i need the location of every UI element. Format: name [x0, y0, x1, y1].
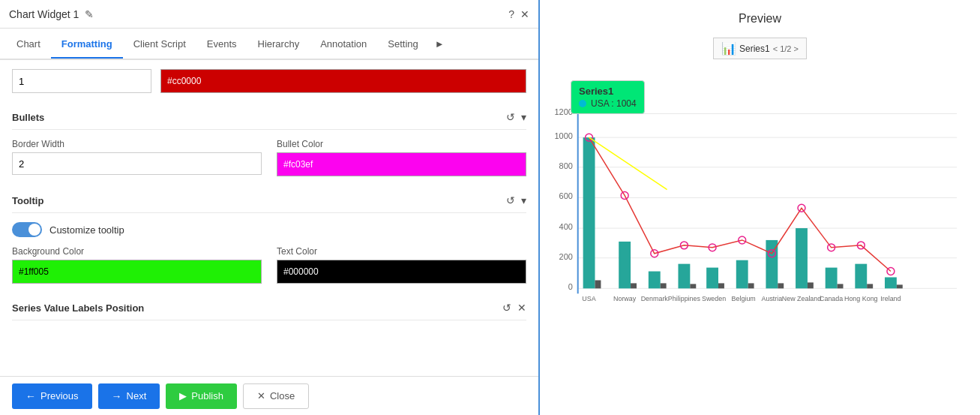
chart-tooltip: Series1 USA : 1004 [571, 80, 645, 114]
svg-text:Norway: Norway [613, 295, 637, 302]
title-bar-left: Chart Widget 1 ✎ [9, 8, 94, 20]
series-color-value: #cc0000 [167, 76, 201, 86]
bullet-color-field: Bullet Color #fc03ef [277, 139, 526, 176]
title-bar-right: ? ✕ [508, 8, 529, 20]
legend-nav: < 1/2 > [773, 44, 799, 53]
tab-client-script[interactable]: Client Script [123, 31, 196, 59]
svg-line-59 [589, 137, 667, 189]
svg-rect-18 [631, 283, 637, 288]
bg-color-label: Background Color [12, 246, 262, 257]
bullet-color-picker[interactable]: #fc03ef [277, 152, 526, 176]
svg-rect-25 [736, 260, 748, 289]
svg-rect-22 [690, 284, 696, 288]
svg-rect-34 [867, 284, 873, 288]
text-color-label: Text Color [277, 246, 526, 257]
publish-button[interactable]: ▶ Publish [166, 383, 237, 409]
series-color-picker[interactable]: #cc0000 [160, 69, 526, 93]
text-color-picker[interactable]: #000000 [277, 260, 526, 284]
main-container: Chart Widget 1 ✎ ? ✕ Chart Formatting Cl… [0, 0, 980, 415]
chart-container: Series1 USA : 1004 1200 1000 800 600 400… [552, 65, 968, 403]
bullet-color-label: Bullet Color [277, 139, 526, 149]
svg-rect-20 [661, 283, 667, 288]
series-name-input[interactable]: 1 [12, 69, 151, 93]
tooltip-title-text: Series1 [579, 86, 637, 97]
bullets-section: Bullets ↺ ▾ Border Width 2 Bullet Color [12, 105, 526, 176]
svg-rect-17 [619, 242, 631, 288]
svg-text:Hong Kong: Hong Kong [844, 295, 878, 302]
series-row: 1 #cc0000 [12, 69, 526, 93]
svg-text:Austria: Austria [761, 295, 782, 302]
svg-rect-15 [583, 137, 595, 288]
svg-text:New Zealand: New Zealand [782, 295, 822, 302]
series-labels-close-button[interactable]: ✕ [517, 302, 526, 314]
tooltip-section: Tooltip ↺ ▾ Customize tooltip Backgro [12, 188, 526, 284]
svg-text:0: 0 [568, 282, 573, 291]
svg-text:Canada: Canada [820, 295, 843, 302]
svg-rect-26 [748, 283, 754, 288]
svg-rect-32 [838, 284, 844, 288]
tooltip-collapse-button[interactable]: ▾ [521, 194, 526, 206]
svg-text:Denmark: Denmark [641, 295, 669, 302]
series-labels-reset-button[interactable]: ↺ [502, 302, 511, 314]
right-panel: Preview 📊 Series1 < 1/2 > Series1 USA : … [540, 0, 980, 415]
bottom-toolbar: ← Previous → Next ▶ Publish ✕ Close [0, 376, 538, 415]
tooltip-reset-button[interactable]: ↺ [506, 194, 515, 206]
bullets-reset-button[interactable]: ↺ [506, 111, 515, 123]
customize-tooltip-toggle[interactable] [12, 222, 42, 237]
publish-arrow-icon: ▶ [179, 390, 187, 401]
bg-color-value: #1ff005 [19, 266, 49, 277]
svg-rect-29 [796, 228, 808, 288]
tooltip-title: Tooltip [12, 195, 43, 206]
next-arrow-icon: → [112, 390, 122, 402]
edit-icon[interactable]: ✎ [85, 8, 94, 20]
next-button[interactable]: → Next [98, 383, 160, 409]
svg-text:USA: USA [582, 295, 595, 302]
close-window-button[interactable]: ✕ [520, 8, 529, 20]
close-button[interactable]: ✕ Close [243, 383, 309, 409]
svg-text:400: 400 [559, 222, 573, 231]
tab-chart[interactable]: Chart [6, 31, 51, 59]
tab-annotation[interactable]: Annotation [310, 31, 377, 59]
close-x-icon: ✕ [257, 390, 265, 401]
previous-button[interactable]: ← Previous [12, 383, 92, 409]
series-labels-section: Series Value Labels Position ↺ ✕ [12, 296, 526, 320]
text-color-value: #000000 [283, 266, 319, 277]
legend-item[interactable]: 📊 Series1 < 1/2 > [713, 38, 807, 59]
series-labels-header: Series Value Labels Position ↺ ✕ [12, 296, 526, 320]
content-area: 1 #cc0000 Bullets ↺ ▾ Border Width [0, 60, 538, 376]
bg-color-picker[interactable]: #1ff005 [12, 260, 262, 284]
svg-rect-36 [897, 284, 903, 288]
svg-rect-30 [808, 282, 814, 288]
svg-rect-28 [778, 283, 784, 288]
border-width-input[interactable]: 2 [12, 152, 262, 175]
title-bar: Chart Widget 1 ✎ ? ✕ [0, 0, 538, 29]
legend-chart-icon: 📊 [721, 41, 736, 56]
bullets-collapse-button[interactable]: ▾ [521, 111, 526, 123]
bullets-fields: Border Width 2 Bullet Color #fc03ef [12, 139, 526, 176]
svg-rect-24 [718, 283, 724, 288]
tooltip-actions: ↺ ▾ [506, 194, 526, 206]
bullets-section-header: Bullets ↺ ▾ [12, 105, 526, 130]
tab-events[interactable]: Events [196, 31, 247, 59]
tooltip-section-header: Tooltip ↺ ▾ [12, 188, 526, 213]
series-labels-actions: ↺ ✕ [502, 302, 526, 314]
customize-tooltip-label: Customize tooltip [49, 224, 124, 236]
help-button[interactable]: ? [508, 8, 514, 20]
svg-rect-35 [885, 277, 897, 288]
tab-formatting[interactable]: Formatting [51, 31, 123, 59]
tooltip-value: USA : 1004 [591, 98, 637, 109]
tooltip-color-fields: Background Color #1ff005 Text Color #000… [12, 246, 526, 284]
preview-title: Preview [552, 12, 968, 26]
tab-hierarchy[interactable]: Hierarchy [247, 31, 310, 59]
window-title: Chart Widget 1 [9, 8, 79, 20]
tab-settings[interactable]: Setting [377, 31, 428, 59]
tab-more-button[interactable]: ► [429, 31, 451, 57]
bg-color-field: Background Color #1ff005 [12, 246, 262, 284]
series-labels-title: Series Value Labels Position [12, 302, 144, 314]
svg-rect-33 [855, 264, 867, 289]
customize-tooltip-row: Customize tooltip [12, 222, 526, 237]
svg-text:Sweden: Sweden [702, 295, 726, 302]
chart-svg: 1200 1000 800 600 400 200 0 [552, 65, 968, 403]
bullet-color-value: #fc03ef [283, 159, 313, 170]
svg-rect-16 [595, 280, 601, 288]
